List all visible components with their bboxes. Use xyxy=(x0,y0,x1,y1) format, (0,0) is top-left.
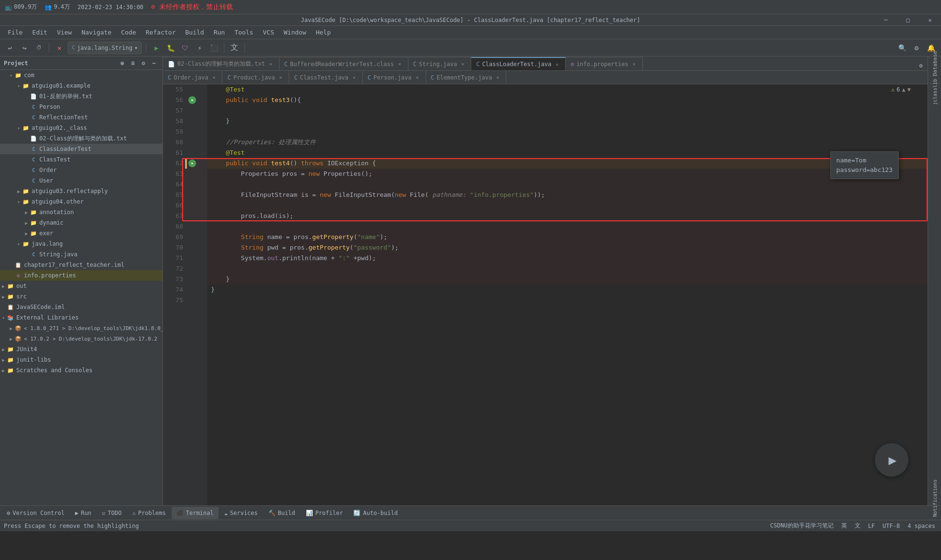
debug-button[interactable]: 🐛 xyxy=(164,42,177,54)
panel-tool-settings[interactable]: ⚙ xyxy=(139,58,148,68)
menu-run[interactable]: Run xyxy=(210,28,229,37)
menu-tools[interactable]: Tools xyxy=(231,28,257,37)
tree-item-src[interactable]: ▶ 📁 src xyxy=(0,291,163,302)
tab-elementtype[interactable]: C ElementType.java ✕ xyxy=(426,71,507,84)
run-test3-btn[interactable] xyxy=(188,96,196,104)
recent-files-button[interactable]: ⏱ xyxy=(33,42,45,54)
forward-button[interactable]: ↪ xyxy=(18,42,31,54)
status-input-lang[interactable]: 英 xyxy=(839,522,849,530)
tree-item-reflectiontest[interactable]: C ReflectionTest xyxy=(0,112,163,123)
tab-order[interactable]: C Order.java ✕ xyxy=(163,71,222,84)
tree-item-exer[interactable]: ▶ 📁 exer xyxy=(0,228,163,239)
tree-item-stringjava[interactable]: C String.java xyxy=(0,249,163,260)
menu-build[interactable]: Build xyxy=(182,28,208,37)
tab-classtest[interactable]: C ClassTest.java ✕ xyxy=(289,71,362,84)
panel-tool-locate[interactable]: ⊕ xyxy=(117,58,127,68)
menu-help[interactable]: Help xyxy=(312,28,335,37)
tree-item-user[interactable]: C User xyxy=(0,175,163,186)
close-button[interactable]: ✕ xyxy=(919,14,941,26)
menu-edit[interactable]: Edit xyxy=(28,28,51,37)
tab-info-properties[interactable]: ⚙ info.properties ✕ xyxy=(566,57,643,70)
tree-item-dynamic[interactable]: ▶ 📁 dynamic xyxy=(0,217,163,228)
tree-item-classloadertest[interactable]: C ClassLoaderTest xyxy=(0,144,163,154)
bottom-tab-profiler[interactable]: 📊 Profiler xyxy=(301,507,348,519)
database-sidebar-btn[interactable]: Database xyxy=(929,58,940,69)
panel-tool-close[interactable]: − xyxy=(149,58,159,68)
bottom-tab-run[interactable]: ▶ Run xyxy=(70,507,96,519)
menu-navigate[interactable]: Navigate xyxy=(78,28,116,37)
tree-item-class-txt[interactable]: 📄 02-Class的理解与类的加载.txt xyxy=(0,133,163,144)
tree-item-out[interactable]: ▶ 📁 out xyxy=(0,281,163,291)
tab-bufferedreader[interactable]: C BufferedReaderWriterTest.class ✕ xyxy=(279,57,408,70)
tree-item-annotation[interactable]: ▶ 📁 annotation xyxy=(0,207,163,217)
tree-item-reflect-txt[interactable]: 📄 01-反射的举例.txt xyxy=(0,91,163,102)
tree-item-info-properties[interactable]: ⚙ info.properties xyxy=(0,270,163,281)
tree-item-iml[interactable]: 📋 chapter17_reflect_teacher.iml xyxy=(0,260,163,270)
menu-code[interactable]: Code xyxy=(117,28,140,37)
tab-product[interactable]: C Product.java ✕ xyxy=(222,71,289,84)
menu-view[interactable]: View xyxy=(53,28,76,37)
run-button[interactable]: ▶ xyxy=(150,42,163,54)
status-blog[interactable]: CSDNU的助手花学习笔记 xyxy=(768,522,836,530)
status-encoding[interactable]: UTF-8 xyxy=(881,523,902,529)
bottom-tab-todo[interactable]: ☑ TODO xyxy=(97,507,127,519)
undo-button[interactable]: ✕ xyxy=(53,42,66,54)
coverage-button[interactable]: 🛡 xyxy=(179,42,191,54)
bottom-tab-build[interactable]: 🔨 Build xyxy=(264,507,300,519)
tree-item-extlib[interactable]: ▾ 📚 External Libraries xyxy=(0,312,163,323)
stop-button[interactable]: ⬛ xyxy=(208,42,220,54)
notifications-sidebar-btn[interactable]: Notifications xyxy=(929,493,940,503)
tree-item-javasecodeiml[interactable]: 📋 JavaSECode.iml xyxy=(0,302,163,312)
tab-02class-txt[interactable]: 📄 02-Class的理解与类的加载.txt ✕ xyxy=(163,57,279,70)
class-dropdown[interactable]: C java.lang.String ▾ xyxy=(68,42,142,54)
bottom-tab-services[interactable]: ☁ Services xyxy=(220,507,263,519)
tab-close[interactable]: ✕ xyxy=(396,61,403,68)
tree-item-jdk17[interactable]: ▶ 📦 < 17.0.2 > D:\develop_tools\JDK\jdk-… xyxy=(0,333,163,344)
tree-item-person[interactable]: C Person xyxy=(0,102,163,112)
tree-item-atguigu02[interactable]: ▾ 📁 atguigu02._class xyxy=(0,123,163,133)
tab-person[interactable]: C Person.java ✕ xyxy=(363,71,426,84)
tree-item-javalang[interactable]: ▾ 📁 java.lang xyxy=(0,239,163,249)
minimize-button[interactable]: ─ xyxy=(875,14,897,26)
menu-refactor[interactable]: Refactor xyxy=(142,28,180,37)
play-overlay-button[interactable] xyxy=(875,443,908,477)
tree-item-order[interactable]: C Order xyxy=(0,165,163,175)
tab-string-java[interactable]: C String.java ✕ xyxy=(408,57,472,70)
tree-item-scratches[interactable]: ▶ 📁 Scratches and Consoles xyxy=(0,365,163,376)
tab-close[interactable]: ✕ xyxy=(554,61,560,68)
jclasslib-sidebar-btn[interactable]: jclasslib xyxy=(929,87,940,97)
tree-item-atguigu01[interactable]: ▾ 📁 atguigu01.example xyxy=(0,80,163,91)
menu-window[interactable]: Window xyxy=(280,28,310,37)
tree-item-atguigu03[interactable]: ▶ 📁 atguigu03.reflectapply xyxy=(0,186,163,196)
warning-nav-up[interactable]: ▲ xyxy=(902,86,906,93)
status-lf[interactable]: LF xyxy=(866,523,877,529)
run-test4-btn[interactable] xyxy=(188,160,196,167)
warning-nav-down[interactable]: ▼ xyxy=(907,86,911,93)
back-button[interactable]: ↩ xyxy=(4,42,16,54)
search-everywhere-button[interactable]: 🔍 xyxy=(896,42,908,54)
tree-item-com[interactable]: ▾ 📁 com xyxy=(0,70,163,80)
status-indent[interactable]: 4 spaces xyxy=(906,523,937,529)
run-with-button[interactable]: ⚡ xyxy=(193,42,206,54)
tab-close[interactable]: ✕ xyxy=(494,74,501,81)
tab-classloadertest[interactable]: C ClassLoaderTest.java ✕ xyxy=(471,57,566,70)
tree-item-junit4[interactable]: ▶ 📁 JUnit4 xyxy=(0,344,163,354)
tree-item-classtest[interactable]: C ClassTest xyxy=(0,154,163,165)
menu-file[interactable]: File xyxy=(4,28,26,37)
status-translate[interactable]: 文 xyxy=(853,522,862,530)
translate-button[interactable]: 文 xyxy=(228,42,241,54)
bottom-tab-problems[interactable]: ⚠ Problems xyxy=(128,507,171,519)
tab-close[interactable]: ✕ xyxy=(631,61,638,68)
tab-settings[interactable]: ⚙ xyxy=(916,61,926,70)
tab-close[interactable]: ✕ xyxy=(414,74,421,81)
panel-tool-expand[interactable]: ≡ xyxy=(128,58,138,68)
menu-vcs[interactable]: VCS xyxy=(259,28,278,37)
tree-item-atguigu04[interactable]: ▾ 📁 atguigu04.other xyxy=(0,196,163,207)
code-editor[interactable]: ⚠ 6 ▲ ▼ 55 56 57 58 59 60 61 62 63 64 xyxy=(163,84,928,505)
tree-item-jdk18[interactable]: ▶ 📦 < 1.8.0_271 > D:\develop_tools\JDK\j… xyxy=(0,323,163,333)
bottom-tab-autobuild[interactable]: 🔄 Auto-build xyxy=(349,507,402,519)
tab-close[interactable]: ✕ xyxy=(277,74,284,81)
tab-close[interactable]: ✕ xyxy=(267,61,274,68)
tree-item-junit-libs[interactable]: ▶ 📁 junit-libs xyxy=(0,354,163,365)
settings-button[interactable]: ⚙ xyxy=(910,42,923,54)
